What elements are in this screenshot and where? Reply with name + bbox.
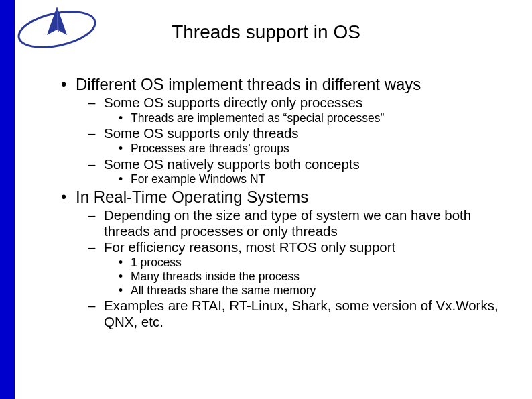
bullet-text: Depending on the size and type of system…	[104, 207, 471, 239]
bullet-text: Different OS implement threads in differ…	[76, 75, 421, 93]
bullet-text: For example Windows NT	[131, 172, 265, 186]
bullet-text: All threads share the same memory	[131, 284, 316, 297]
bullet-text: Some OS natively supports both concepts	[104, 156, 360, 172]
bullet-l2: Some OS natively supports both concepts	[88, 156, 512, 172]
bullet-l3: Many threads inside the process	[119, 270, 512, 284]
bullet-text: Many threads inside the process	[131, 270, 300, 283]
bullet-l1: In Real-Time Operating Systems	[64, 188, 512, 207]
bullet-l3: All threads share the same memory	[119, 284, 512, 298]
bullet-l2: Some OS supports only threads	[88, 125, 512, 141]
bullet-text: Processes are threads’ groups	[131, 141, 289, 155]
bullet-l2: Depending on the size and type of system…	[88, 207, 512, 239]
bullet-text: 1 process	[131, 255, 182, 269]
left-accent-bar	[0, 0, 15, 399]
bullet-text: For efficiency reasons, most RTOS only s…	[104, 239, 395, 255]
bullet-l3: For example Windows NT	[119, 172, 512, 186]
bullet-l1: Different OS implement threads in differ…	[64, 75, 512, 94]
slide-content: Different OS implement threads in differ…	[64, 74, 512, 329]
bullet-l2: Some OS supports directly only processes	[88, 95, 512, 111]
bullet-text: Some OS supports only threads	[104, 125, 299, 141]
bullet-text: Some OS supports directly only processes	[104, 95, 362, 110]
bullet-text: Threads are implemented as “special proc…	[131, 111, 384, 125]
slide-title: Threads support in OS	[0, 21, 532, 43]
bullet-l3: 1 process	[119, 255, 512, 270]
bullet-l3: Processes are threads’ groups	[119, 141, 512, 156]
bullet-l3: Threads are implemented as “special proc…	[119, 111, 512, 125]
bullet-l2: For efficiency reasons, most RTOS only s…	[88, 239, 512, 255]
bullet-text: Examples are RTAI, RT-Linux, Shark, some…	[104, 298, 498, 329]
bullet-text: In Real-Time Operating Systems	[76, 188, 308, 206]
bullet-l2: Examples are RTAI, RT-Linux, Shark, some…	[88, 298, 512, 329]
